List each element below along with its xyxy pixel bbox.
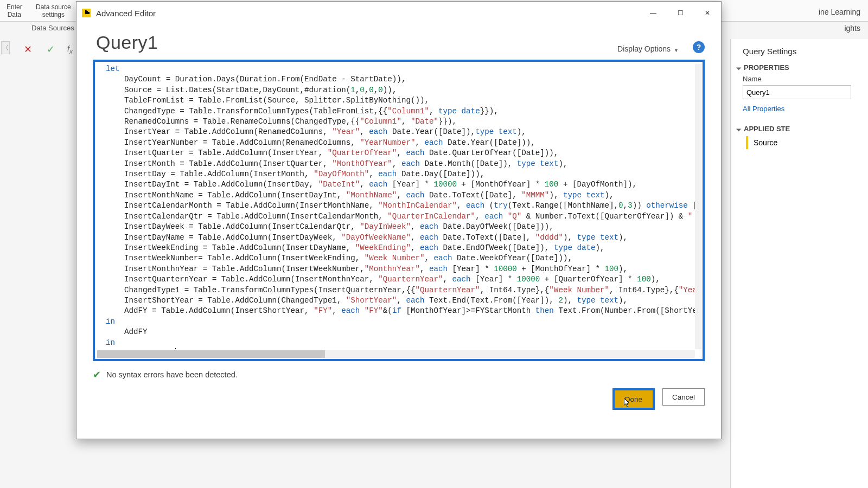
m-code[interactable]: let DayCount = Duration.Days(Duration.Fr… <box>97 64 695 349</box>
applied-steps-group[interactable]: APPLIED STE <box>737 125 864 133</box>
ribbon-group-label: Data Sources <box>31 24 74 32</box>
powerbi-logo-icon <box>82 9 91 17</box>
minimize-button[interactable]: — <box>640 2 667 24</box>
advanced-editor-dialog: Advanced Editor — ☐ ✕ Query1 Display Opt… <box>76 1 722 439</box>
ribbon-data-source[interactable]: Data sourcesettings <box>36 3 71 18</box>
chevron-down-icon: ▼ <box>674 48 679 53</box>
status-text: No syntax errors have been detected. <box>106 370 238 379</box>
queries-pane-toggle[interactable]: 〈 <box>1 41 10 54</box>
ribbon-enter-data[interactable]: EnterData <box>7 3 22 18</box>
all-properties-link[interactable]: All Properties <box>743 105 864 113</box>
formula-cancel-icon[interactable]: ✕ <box>24 43 32 55</box>
dialog-title: Advanced Editor <box>96 9 156 18</box>
done-button[interactable]: Done <box>612 388 655 410</box>
ribbon-insights-partial: ights <box>844 24 860 33</box>
query-settings-pane: Query Settings PROPERTIES Name All Prope… <box>730 39 868 488</box>
syntax-status: ✔ No syntax errors have been detected. <box>76 361 721 388</box>
formula-fx-icon[interactable]: fx <box>67 44 73 55</box>
maximize-button[interactable]: ☐ <box>667 2 694 24</box>
help-icon[interactable]: ? <box>693 41 705 53</box>
code-editor[interactable]: let DayCount = Duration.Days(Duration.Fr… <box>97 64 695 349</box>
display-options-button[interactable]: Display Options <box>617 44 671 53</box>
close-button[interactable]: ✕ <box>694 2 721 24</box>
dialog-titlebar: Advanced Editor — ☐ ✕ <box>76 2 721 24</box>
query-name-input[interactable] <box>743 85 851 99</box>
horizontal-scrollbar[interactable] <box>97 350 695 358</box>
text-cursor <box>175 348 176 349</box>
ribbon-ml-partial: ine Learning <box>819 8 860 16</box>
applied-step-source[interactable]: Source <box>746 136 864 149</box>
name-label: Name <box>743 75 864 83</box>
query-heading: Query1 <box>96 32 158 53</box>
check-icon: ✔ <box>93 369 101 381</box>
properties-group[interactable]: PROPERTIES <box>737 63 864 72</box>
formula-commit-icon[interactable]: ✓ <box>47 43 55 55</box>
cancel-button[interactable]: Cancel <box>662 388 705 406</box>
vertical-scrollbar[interactable] <box>695 64 701 349</box>
code-editor-frame: let DayCount = Duration.Days(Duration.Fr… <box>93 60 705 361</box>
query-settings-title: Query Settings <box>743 47 864 56</box>
